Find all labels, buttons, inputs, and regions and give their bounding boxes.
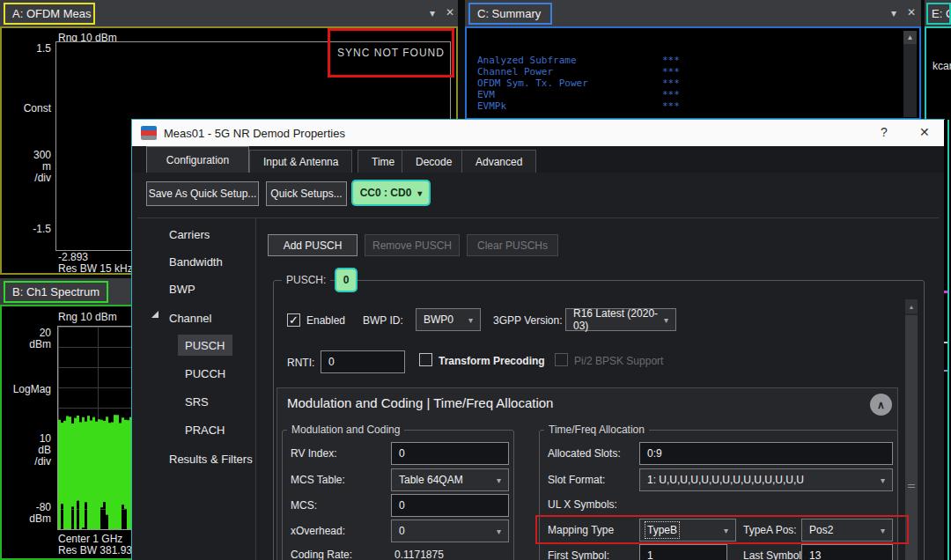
y-max-label: 1.5	[7, 43, 51, 55]
clear-puschs-button[interactable]: Clear PUSCHs	[467, 234, 558, 256]
sidebar-item-prach[interactable]: PRACH	[178, 419, 248, 440]
bwp-id-label: BWP ID:	[363, 314, 403, 327]
slot-format-dropdown[interactable]: 1: U,U,U,U,U,U,U,U,U,U,U,U,U,U▾	[639, 468, 893, 491]
chevron-down-icon: ▾	[497, 527, 501, 536]
window-e-text: kcar	[933, 60, 951, 72]
scroll-up-icon[interactable]: ▲	[903, 31, 917, 44]
collapse-section-button[interactable]: ∧	[870, 394, 892, 416]
window-e-border-line	[947, 120, 949, 560]
typea-pos-dropdown[interactable]: Pos2▾	[801, 519, 893, 542]
dialog-close-icon[interactable]: ✕	[919, 125, 930, 139]
sidebar-item-pucch[interactable]: PUCCH	[178, 363, 248, 384]
bwp-id-dropdown[interactable]: BWP0▾	[416, 308, 481, 331]
chevron-down-icon: ▾	[881, 475, 885, 485]
gpp-version-dropdown[interactable]: R16 Latest (2020-03)▾	[565, 308, 676, 331]
pi2-bpsk-checkbox	[555, 353, 568, 366]
chevron-down-icon: ▾	[881, 526, 885, 535]
summary-row-value: ***	[662, 66, 680, 77]
summary-row-value: ***	[662, 77, 680, 89]
y-min-label: -1.5	[7, 224, 51, 235]
check-icon: ✓	[289, 313, 299, 327]
rv-index-input[interactable]: 0	[391, 442, 509, 465]
last-symbol-label: Last Symbol:	[743, 549, 804, 560]
res-bw-label: Res BW 15 kHz	[58, 263, 133, 275]
window-a-titlebar[interactable]: A: OFDM Meas	[0, 0, 458, 26]
window-c-body: Analyzed Subframe *** Channel Power *** …	[465, 26, 921, 120]
trace-format-label: LogMag	[7, 384, 51, 395]
help-icon[interactable]: ?	[881, 125, 888, 139]
sidebar-item-results-filters[interactable]: Results & Filters	[162, 448, 268, 469]
summary-row-value: ***	[662, 100, 680, 112]
window-c-minimize-icon[interactable]: ▾	[886, 7, 902, 19]
sidebar-item-srs[interactable]: SRS	[178, 391, 248, 412]
sidebar-item-bandwidth[interactable]: Bandwidth	[162, 251, 250, 272]
clipped-text-fragment	[944, 370, 947, 372]
chevron-down-icon: ▾	[417, 188, 422, 198]
xoverhead-dropdown[interactable]: 0▾	[391, 519, 509, 542]
tab-advanced[interactable]: Advanced	[461, 150, 536, 173]
sidebar-item-channel[interactable]: Channel	[162, 307, 250, 328]
summary-scrollbar[interactable]: ▲	[903, 31, 917, 117]
res-bw-label: Res BW 381.93	[58, 545, 132, 556]
add-pusch-button[interactable]: Add PUSCH	[268, 234, 358, 256]
sidebar-item-carriers[interactable]: Carriers	[162, 224, 250, 245]
window-e-titlebar[interactable]: E: OF	[925, 0, 951, 26]
save-as-quick-setup-button[interactable]: Save As Quick Setup...	[146, 181, 259, 206]
scale-label: 10 dB /div	[7, 433, 51, 468]
last-symbol-input[interactable]: 13	[801, 544, 893, 560]
transform-precoding-checkbox[interactable]	[419, 353, 432, 366]
mcs-input[interactable]: 0	[391, 494, 509, 517]
tree-expander-icon[interactable]	[151, 311, 158, 318]
pusch-group-label: PUSCH:	[282, 274, 330, 286]
window-a-minimize-icon[interactable]: ▾	[424, 7, 440, 19]
summary-row-label: EVMPk	[477, 100, 506, 112]
xoverhead-label: xOverhead:	[291, 525, 345, 537]
chevron-down-icon: ▾	[468, 315, 473, 325]
mapping-type-label: Mapping Type	[548, 524, 614, 536]
dialog-titlebar[interactable]: Meas01 - 5G NR Demod Properties ? ✕	[132, 120, 944, 146]
cc-selector-dropdown[interactable]: CC0 : CD0 ▾	[351, 180, 431, 206]
window-a-close-icon[interactable]: ✕	[442, 6, 458, 18]
tab-decode[interactable]: Decode	[402, 150, 466, 173]
mcs-table-dropdown[interactable]: Table 64QAM▾	[391, 468, 509, 491]
pi2-bpsk-label: Pi/2 BPSK Support	[574, 355, 663, 367]
scrollbar-grip	[908, 484, 915, 488]
clipped-text-fragment	[944, 342, 947, 343]
sidebar-divider	[255, 218, 256, 560]
quick-setups-button[interactable]: Quick Setups...	[266, 181, 347, 206]
remove-pusch-button[interactable]: Remove PUSCH	[365, 234, 460, 256]
chevron-down-icon: ▾	[724, 526, 728, 535]
pusch-index-badge[interactable]: 0	[335, 268, 358, 292]
window-c-title: C: Summary	[477, 7, 541, 20]
rnti-input[interactable]: 0	[321, 350, 405, 373]
mcs-label: MCS:	[291, 499, 317, 512]
section-title: Modulation and Coding | Time/Freq Alloca…	[287, 395, 553, 410]
window-b-title: B: Ch1 Spectrum	[12, 285, 100, 298]
allocated-slots-input[interactable]: 0:9	[639, 442, 893, 465]
scroll-up-icon[interactable]: ▲	[905, 299, 918, 313]
y-min-label: -80 dBm	[7, 502, 51, 525]
first-symbol-label: First Symbol:	[548, 549, 609, 560]
enabled-checkbox[interactable]: ✓	[287, 313, 300, 327]
scrollbar-thumb[interactable]	[905, 315, 918, 560]
window-c-titlebar[interactable]: C: Summary	[465, 0, 921, 26]
transform-precoding-label: Transform Precoding	[439, 355, 545, 367]
sidebar-item-pusch[interactable]: PUSCH	[178, 335, 232, 356]
tab-input-antenna[interactable]: Input & Antenna	[249, 150, 352, 173]
window-e-edge	[944, 120, 951, 560]
pusch-scrollbar[interactable]: ▲	[905, 299, 918, 560]
range-label: Rng 10 dBm	[58, 312, 117, 323]
window-c-close-icon[interactable]: ✕	[903, 6, 919, 18]
chevron-down-icon: ▾	[664, 315, 668, 325]
mapping-type-dropdown[interactable]: TypeB ▾	[639, 519, 736, 542]
sidebar-item-bwp[interactable]: BWP	[162, 278, 250, 299]
summary-row-label: Analyzed Subframe	[477, 55, 577, 66]
rnti-label: RNTI:	[287, 357, 314, 369]
first-symbol-input[interactable]: 1	[639, 544, 727, 560]
time-freq-group-label: Time/Freq Allocation	[544, 424, 649, 436]
coding-rate-value: 0.1171875	[394, 549, 444, 560]
chevron-up-icon: ∧	[877, 399, 885, 411]
summary-row-value: ***	[662, 89, 680, 100]
demod-properties-dialog: Meas01 - 5G NR Demod Properties ? ✕ Conf…	[132, 120, 944, 560]
tab-configuration[interactable]: Configuration	[146, 146, 249, 173]
